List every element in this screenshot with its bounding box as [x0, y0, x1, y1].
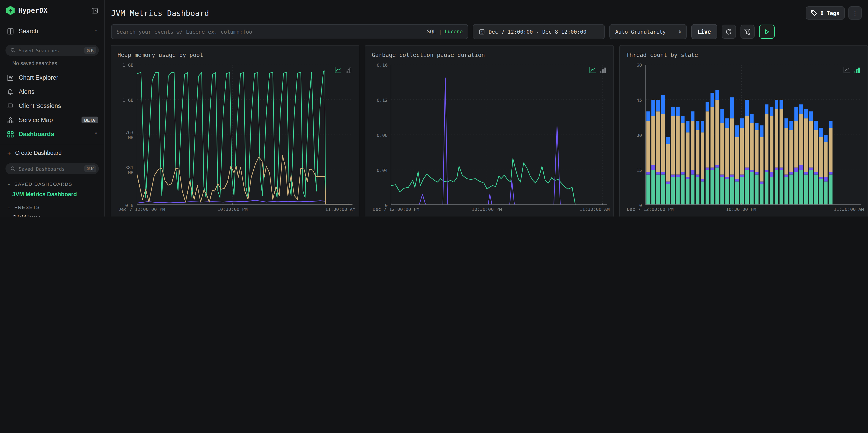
line-chart-icon[interactable] [843, 66, 850, 73]
chart-title: Heap memory usage by pool [118, 52, 353, 58]
bar-chart-icon[interactable] [854, 67, 860, 73]
create-dashboard-button[interactable]: + Create Dashboard [0, 144, 104, 158]
bell-icon [6, 89, 14, 95]
filter-funnel-icon [744, 28, 751, 35]
refresh-icon [726, 28, 732, 35]
sidebar-item-dashboards[interactable]: Dashboards ⌃ [0, 127, 104, 141]
chart-plot[interactable] [391, 65, 607, 205]
x-tick-label: Dec 7 12:00:00 PM [627, 207, 674, 212]
service-map-icon [6, 117, 14, 123]
lang-sql-toggle[interactable]: SQL [427, 29, 436, 35]
chart-plot[interactable] [645, 65, 861, 205]
line-chart-icon[interactable] [589, 66, 596, 73]
logo-row: HyperDX [0, 0, 104, 20]
run-query-button[interactable] [759, 25, 775, 39]
search-icon [10, 48, 16, 53]
x-tick-label: Dec 7 12:00:00 PM [373, 207, 420, 212]
granularity-select[interactable]: Auto Granularity ▲▼ [609, 24, 687, 39]
x-axis: Dec 7 12:00:00 PM10:30:00 PM11:30:00 AM [391, 206, 607, 214]
no-saved-searches-text: No saved searches [0, 59, 104, 70]
kebab-menu-button[interactable]: ⋮ [848, 6, 862, 20]
create-dashboard-label: Create Dashboard [15, 150, 61, 156]
y-tick-label: 15 [637, 168, 642, 173]
tag-icon [811, 10, 817, 16]
y-tick-label: 1 GB [123, 98, 133, 103]
tags-button[interactable]: 0 Tags [806, 6, 845, 20]
chart-type-toggle[interactable] [335, 66, 352, 73]
event-search-input[interactable]: Search your events w/ Lucene ex. column:… [111, 24, 468, 39]
sidebar-item-label: Client Sessions [19, 102, 61, 109]
sidebar: HyperDX Search ⌃ Saved Searches ⌘K No sa… [0, 0, 105, 216]
dashboards-grid-icon [6, 131, 14, 137]
chevron-up-icon[interactable]: ⌃ [94, 131, 98, 136]
chart-legend: —Tenured Gen—Survivor Space—Eden Space [119, 215, 353, 216]
y-tick-label: 60 [637, 63, 642, 68]
chart-title: Thread count by state [626, 52, 861, 58]
filter-button[interactable] [741, 25, 754, 39]
search-placeholder: Search your events w/ Lucene ex. column:… [117, 28, 423, 35]
lang-separator: | [440, 29, 441, 34]
plus-icon: + [7, 149, 11, 157]
y-tick-label: 0.16 [377, 63, 388, 68]
app-window: HyperDX Search ⌃ Saved Searches ⌘K No sa… [0, 0, 868, 216]
chart-plot[interactable] [136, 65, 353, 205]
chart-legend: —waiting—blocked—runnable—timed_waiting [628, 215, 861, 216]
sidebar-item-chart-explorer[interactable]: Chart Explorer [0, 70, 104, 85]
sidebar-item-label: Chart Explorer [19, 74, 58, 81]
laptop-icon [6, 103, 14, 109]
chart-type-toggle[interactable] [589, 66, 606, 73]
y-tick-label: 1 GB [123, 63, 133, 68]
sidebar-item-alerts[interactable]: Alerts [0, 85, 104, 99]
panel-heap-memory: Heap memory usage by pool 0 B381 MB763 M… [111, 45, 360, 216]
chart-type-toggle[interactable] [843, 66, 860, 73]
y-axis: 015304560 [626, 65, 645, 205]
live-button[interactable]: Live [691, 24, 717, 39]
bar-chart-icon[interactable] [600, 67, 606, 73]
chart-title: Garbage collection pause duration [372, 52, 607, 58]
sidebar-item-search[interactable]: Search ⌃ [0, 24, 104, 40]
svg-text:1: 1 [481, 31, 483, 34]
preset-link-clickhouse[interactable]: ClickHouse [0, 212, 104, 216]
y-tick-label: 0.12 [377, 98, 388, 103]
sidebar-item-label: Service Map [19, 117, 53, 123]
sidebar-item-label: Search [19, 28, 38, 35]
shortcut-badge: ⌘K [84, 165, 96, 172]
sidebar-item-client-sessions[interactable]: Client Sessions [0, 99, 104, 113]
saved-searches-input[interactable]: Saved Searches ⌘K [5, 44, 99, 56]
refresh-button[interactable] [722, 25, 736, 39]
chevron-up-icon[interactable]: ⌃ [94, 29, 98, 34]
y-tick-label: 30 [637, 133, 642, 138]
line-chart-icon[interactable] [335, 66, 342, 73]
shortcut-badge: ⌘K [84, 47, 96, 54]
sidebar-collapse-icon[interactable] [92, 7, 98, 13]
y-tick-label: 381 MB [125, 165, 133, 175]
dashboard-grid: Heap memory usage by pool 0 B381 MB763 M… [105, 39, 868, 216]
x-tick-label: Dec 7 12:00:00 PM [118, 207, 165, 212]
saved-searches-placeholder: Saved Searches [19, 48, 81, 53]
sidebar-item-service-map[interactable]: Service Map BETA [0, 113, 104, 127]
x-tick-label: 10:30:00 PM [217, 207, 248, 212]
lang-lucene-toggle[interactable]: Lucene [445, 29, 463, 35]
y-tick-label: 0.08 [377, 133, 388, 138]
calendar-icon: 1 [479, 29, 485, 35]
sidebar-item-label: Alerts [19, 88, 34, 95]
presets-section[interactable]: ⌄ PRESETS [0, 200, 104, 212]
dashboard-link-jvm-metrics[interactable]: JVM Metrics Dashboard [0, 188, 104, 200]
page-title: JVM Metrics Dashboard [111, 8, 209, 18]
chevron-down-icon: ⌄ [7, 182, 11, 186]
x-tick-label: 10:30:00 PM [472, 207, 502, 212]
saved-dashboards-placeholder: Saved Dashboards [19, 166, 81, 172]
x-tick-label: 11:30:00 AM [834, 207, 864, 212]
granularity-value: Auto Granularity [615, 28, 666, 35]
saved-dashboards-input[interactable]: Saved Dashboards ⌘K [5, 163, 99, 175]
y-tick-label: 0.04 [377, 168, 388, 173]
section-label: SAVED DASHBOARDS [14, 181, 72, 187]
saved-dashboards-section[interactable]: ⌄ SAVED DASHBOARDS [0, 177, 104, 188]
x-tick-label: 11:30:00 AM [325, 207, 355, 212]
x-tick-label: 11:30:00 AM [580, 207, 610, 212]
date-range-picker[interactable]: 1 Dec 7 12:00:00 - Dec 8 12:00:00 [473, 24, 605, 39]
hyperdx-logo-icon [6, 6, 14, 15]
bar-chart-icon[interactable] [346, 67, 352, 73]
y-tick-label: 763 MB [125, 130, 133, 140]
app-logo-text: HyperDX [18, 6, 48, 14]
